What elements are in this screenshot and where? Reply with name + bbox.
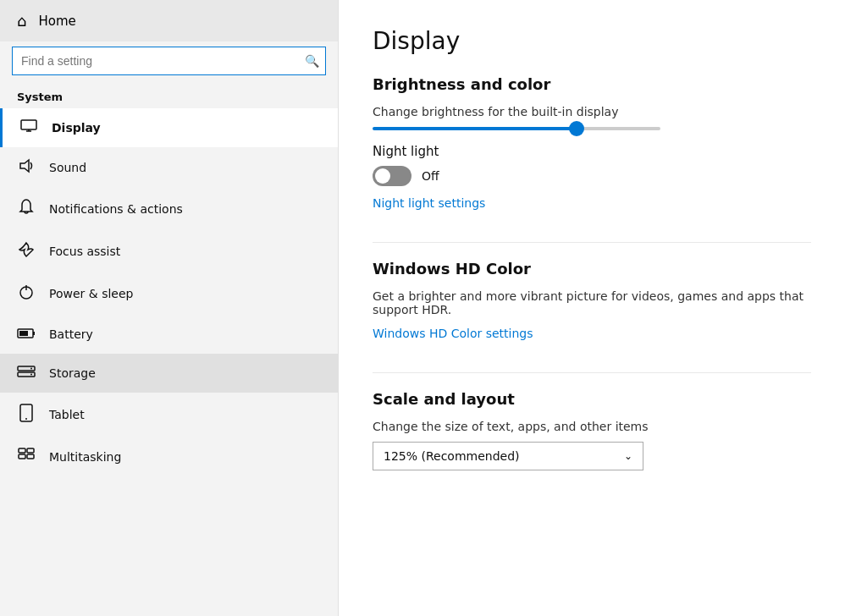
battery-icon [17, 326, 36, 343]
home-icon: ⌂ [17, 12, 26, 30]
display-label: Display [52, 121, 101, 135]
svg-rect-14 [19, 448, 25, 453]
hd-color-desc: Get a brighter and more vibrant picture … [373, 289, 811, 316]
svg-rect-16 [19, 454, 25, 459]
scale-value: 125% (Recommended) [384, 449, 520, 463]
scale-dropdown[interactable]: 125% (Recommended) ⌄ [373, 442, 643, 470]
hd-color-settings-link[interactable]: Windows HD Color settings [373, 327, 533, 340]
sidebar-item-focus[interactable]: Focus assist [0, 230, 338, 272]
night-light-label: Night light [373, 144, 811, 159]
svg-marker-3 [20, 160, 29, 172]
search-icon: 🔍 [305, 54, 319, 68]
chevron-down-icon: ⌄ [624, 450, 632, 462]
focus-label: Focus assist [49, 245, 120, 258]
svg-rect-15 [27, 448, 34, 453]
scale-title: Scale and layout [373, 390, 811, 408]
scale-label: Change the size of text, apps, and other… [373, 420, 811, 433]
brightness-slider[interactable] [373, 127, 660, 130]
brightness-section-title: Brightness and color [373, 75, 811, 93]
brightness-label: Change brightness for the built-in displ… [373, 105, 811, 118]
sound-icon [17, 158, 36, 177]
battery-label: Battery [49, 327, 93, 341]
tablet-label: Tablet [49, 408, 85, 421]
hd-color-title: Windows HD Color [373, 260, 811, 278]
storage-label: Storage [49, 366, 96, 380]
brightness-section: Brightness and color Change brightness f… [373, 75, 811, 215]
page-title: Display [373, 27, 811, 55]
multitasking-icon [17, 448, 36, 466]
divider-1 [373, 242, 811, 243]
sidebar-item-display[interactable]: Display [0, 108, 338, 147]
tablet-icon [17, 404, 36, 426]
notifications-label: Notifications & actions [49, 202, 183, 216]
power-icon [17, 283, 36, 304]
night-light-toggle-row: Off [373, 166, 811, 186]
sidebar-item-multitasking[interactable]: Multitasking [0, 437, 338, 477]
night-light-toggle[interactable] [373, 166, 411, 186]
svg-rect-7 [19, 331, 28, 336]
svg-point-11 [30, 374, 32, 376]
storage-icon [17, 365, 36, 382]
brightness-slider-wrap [373, 127, 811, 130]
home-label: Home [38, 14, 75, 29]
sidebar-item-notifications[interactable]: Notifications & actions [0, 188, 338, 230]
sidebar-item-battery[interactable]: Battery [0, 315, 338, 354]
notifications-icon [17, 199, 36, 219]
power-label: Power & sleep [49, 287, 133, 300]
display-icon [19, 119, 38, 136]
sidebar-item-power[interactable]: Power & sleep [0, 272, 338, 315]
night-light-state: Off [422, 169, 439, 183]
multitasking-label: Multitasking [49, 450, 121, 464]
divider-2 [373, 372, 811, 373]
sidebar-item-home[interactable]: ⌂ Home [0, 0, 338, 41]
scale-layout-section: Scale and layout Change the size of text… [373, 390, 811, 470]
section-label: System [0, 84, 338, 108]
svg-rect-17 [27, 454, 34, 459]
sidebar-item-sound[interactable]: Sound [0, 147, 338, 188]
focus-icon [17, 241, 36, 261]
main-content: Display Brightness and color Change brig… [339, 0, 845, 616]
sound-label: Sound [49, 161, 86, 174]
svg-point-13 [25, 418, 27, 420]
sidebar-item-storage[interactable]: Storage [0, 354, 338, 393]
sidebar-item-tablet[interactable]: Tablet [0, 393, 338, 437]
toggle-thumb [375, 168, 390, 184]
sidebar: ⌂ Home 🔍 System Display Sound [0, 0, 339, 616]
hd-color-section: Windows HD Color Get a brighter and more… [373, 260, 811, 345]
svg-rect-0 [21, 120, 36, 129]
search-input[interactable] [12, 47, 326, 75]
night-light-settings-link[interactable]: Night light settings [373, 196, 485, 210]
svg-point-10 [30, 368, 32, 370]
search-container: 🔍 [12, 47, 326, 75]
